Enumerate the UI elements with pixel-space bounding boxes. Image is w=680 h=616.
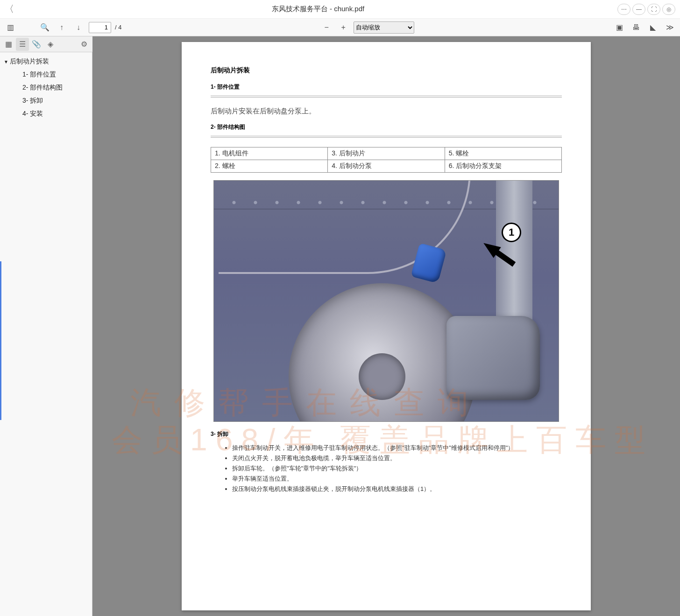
outline-item[interactable]: 2- 部件结构图 bbox=[0, 81, 92, 94]
outline-item[interactable]: 3- 拆卸 bbox=[0, 94, 92, 107]
zoom-select[interactable]: 自动缩放 bbox=[354, 21, 414, 34]
divider bbox=[211, 96, 562, 98]
main-area: ▦ ☰ 📎 ◈ ⚙ 后制动片拆装 1- 部件位置 2- 部件结构图 3- 拆卸 … bbox=[0, 36, 680, 616]
doc-title: 后制动片拆装 bbox=[211, 66, 562, 75]
callout-bubble: 1 bbox=[502, 223, 521, 242]
bookmark-button[interactable]: ◣ bbox=[646, 21, 659, 34]
print-button[interactable]: 🖶 bbox=[630, 21, 643, 34]
thumbnails-tab[interactable]: ▦ bbox=[2, 38, 15, 51]
table-cell: 4. 后制动分泵 bbox=[328, 160, 445, 173]
prev-page-button[interactable]: ↑ bbox=[55, 21, 68, 34]
window-title: 东风技术服务平台 - chunk.pdf bbox=[19, 5, 617, 14]
list-item: 拆卸后车轮。（参照"车轮"章节中的"车轮拆装"） bbox=[232, 463, 562, 474]
target-button[interactable]: ◎ bbox=[662, 4, 675, 15]
body-text: 后制动片安装在后制动盘分泵上。 bbox=[211, 107, 562, 116]
outline-root[interactable]: 后制动片拆装 bbox=[0, 55, 92, 68]
strut bbox=[496, 181, 532, 321]
window-controls: ⋯ — ⛶ ◎ bbox=[617, 4, 680, 15]
sidebar-settings-button[interactable]: ⚙ bbox=[78, 38, 91, 51]
sidebar: ▦ ☰ 📎 ◈ ⚙ 后制动片拆装 1- 部件位置 2- 部件结构图 3- 拆卸 … bbox=[0, 36, 92, 616]
outline-panel: 后制动片拆装 1- 部件位置 2- 部件结构图 3- 拆卸 4- 安装 bbox=[0, 52, 92, 616]
list-item: 举升车辆至适当位置。 bbox=[232, 474, 562, 484]
section-title: 2- 部件结构图 bbox=[211, 123, 562, 131]
maximize-button[interactable]: ⛶ bbox=[647, 4, 660, 15]
table-cell: 5. 螺栓 bbox=[445, 147, 561, 160]
outline-item[interactable]: 1- 部件位置 bbox=[0, 68, 92, 81]
page-number-input[interactable] bbox=[89, 22, 111, 33]
attachments-tab[interactable]: 📎 bbox=[30, 38, 43, 51]
page-total-label: / 4 bbox=[115, 24, 121, 31]
table-cell: 3. 后制动片 bbox=[328, 147, 445, 160]
brake-caliper bbox=[446, 316, 540, 400]
figure-brake-assembly: 1 bbox=[213, 180, 559, 422]
list-item: 操作驻车制动开关，进入维修用电子驻车制动停用状态。（参照"驻车制动"章节中"维修… bbox=[232, 443, 562, 453]
outline-tab[interactable]: ☰ bbox=[16, 38, 29, 51]
pdf-viewer[interactable]: 后制动片拆装 1- 部件位置 后制动片安装在后制动盘分泵上。 2- 部件结构图 … bbox=[92, 36, 680, 616]
section-title: 3- 拆卸 bbox=[211, 430, 562, 438]
table-cell: 2. 螺栓 bbox=[211, 160, 328, 173]
more-button[interactable]: ⋯ bbox=[617, 4, 630, 15]
next-page-button[interactable]: ↓ bbox=[72, 21, 85, 34]
table-cell: 1. 电机组件 bbox=[211, 147, 328, 160]
toolbar: ▥ 🔍 ↑ ↓ / 4 − + 自动缩放 ▣ 🖶 ◣ ≫ bbox=[0, 19, 680, 36]
minimize-button[interactable]: — bbox=[632, 4, 645, 15]
divider bbox=[211, 136, 562, 138]
sidebar-tabs: ▦ ☰ 📎 ◈ ⚙ bbox=[0, 36, 92, 52]
present-button[interactable]: ▣ bbox=[613, 21, 626, 34]
table-row: 2. 螺栓 4. 后制动分泵 6. 后制动分泵支架 bbox=[211, 160, 562, 173]
parts-table: 1. 电机组件 3. 后制动片 5. 螺栓 2. 螺栓 4. 后制动分泵 6. … bbox=[211, 147, 562, 173]
section-title: 1- 部件位置 bbox=[211, 83, 562, 91]
table-row: 1. 电机组件 3. 后制动片 5. 螺栓 bbox=[211, 147, 562, 160]
layers-tab[interactable]: ◈ bbox=[44, 38, 57, 51]
accent-strip bbox=[0, 261, 1, 420]
overflow-button[interactable]: ≫ bbox=[663, 21, 676, 34]
pdf-page: 后制动片拆装 1- 部件位置 后制动片安装在后制动盘分泵上。 2- 部件结构图 … bbox=[182, 42, 591, 610]
zoom-in-button[interactable]: + bbox=[337, 21, 350, 34]
zoom-out-button[interactable]: − bbox=[320, 21, 333, 34]
list-item: 关闭点火开关，脱开蓄电池负极电缆，举升车辆至适当位置。 bbox=[232, 453, 562, 463]
title-bar: 〈 东风技术服务平台 - chunk.pdf ⋯ — ⛶ ◎ bbox=[0, 0, 680, 19]
search-button[interactable]: 🔍 bbox=[38, 21, 51, 34]
back-button[interactable]: 〈 bbox=[0, 3, 19, 15]
sidebar-toggle-button[interactable]: ▥ bbox=[4, 21, 17, 34]
list-item: 按压制动分泵电机线束插接器锁止夹，脱开制动分泵电机线束插接器（1）。 bbox=[232, 484, 562, 494]
table-cell: 6. 后制动分泵支架 bbox=[445, 160, 561, 173]
outline-item[interactable]: 4- 安装 bbox=[0, 107, 92, 120]
procedure-list: 操作驻车制动开关，进入维修用电子驻车制动停用状态。（参照"驻车制动"章节中"维修… bbox=[211, 443, 562, 494]
